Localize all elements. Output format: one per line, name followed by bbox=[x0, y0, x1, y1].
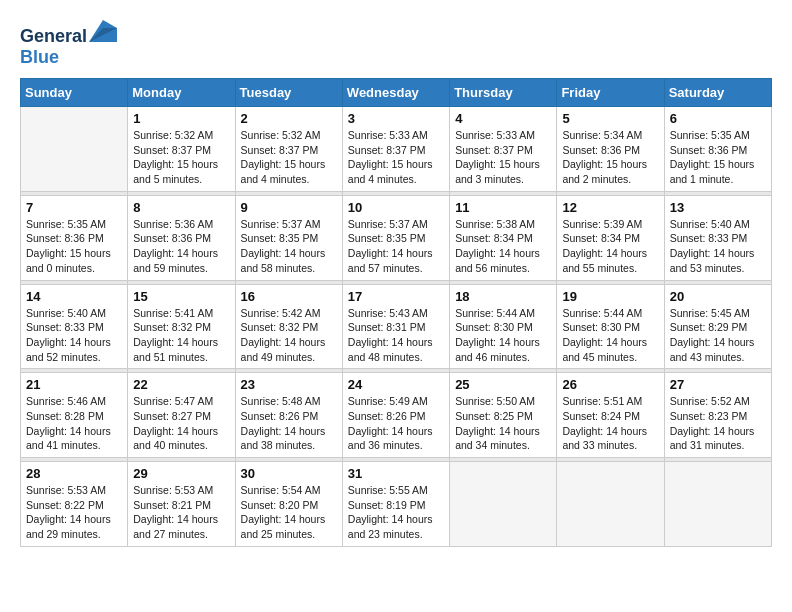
calendar-cell: 19Sunrise: 5:44 AM Sunset: 8:30 PM Dayli… bbox=[557, 284, 664, 369]
day-info: Sunrise: 5:48 AM Sunset: 8:26 PM Dayligh… bbox=[241, 394, 337, 453]
calendar-cell: 14Sunrise: 5:40 AM Sunset: 8:33 PM Dayli… bbox=[21, 284, 128, 369]
day-info: Sunrise: 5:55 AM Sunset: 8:19 PM Dayligh… bbox=[348, 483, 444, 542]
day-number: 9 bbox=[241, 200, 337, 215]
calendar-header-row: SundayMondayTuesdayWednesdayThursdayFrid… bbox=[21, 79, 772, 107]
day-number: 23 bbox=[241, 377, 337, 392]
day-info: Sunrise: 5:44 AM Sunset: 8:30 PM Dayligh… bbox=[562, 306, 658, 365]
calendar-cell: 16Sunrise: 5:42 AM Sunset: 8:32 PM Dayli… bbox=[235, 284, 342, 369]
day-number: 29 bbox=[133, 466, 229, 481]
calendar-week-row: 14Sunrise: 5:40 AM Sunset: 8:33 PM Dayli… bbox=[21, 284, 772, 369]
calendar-cell: 6Sunrise: 5:35 AM Sunset: 8:36 PM Daylig… bbox=[664, 107, 771, 192]
calendar-cell: 17Sunrise: 5:43 AM Sunset: 8:31 PM Dayli… bbox=[342, 284, 449, 369]
calendar-cell: 11Sunrise: 5:38 AM Sunset: 8:34 PM Dayli… bbox=[450, 195, 557, 280]
calendar-cell: 28Sunrise: 5:53 AM Sunset: 8:22 PM Dayli… bbox=[21, 462, 128, 547]
logo-text: General Blue bbox=[20, 20, 117, 68]
calendar-week-row: 28Sunrise: 5:53 AM Sunset: 8:22 PM Dayli… bbox=[21, 462, 772, 547]
calendar-cell bbox=[557, 462, 664, 547]
calendar-cell: 25Sunrise: 5:50 AM Sunset: 8:25 PM Dayli… bbox=[450, 373, 557, 458]
day-info: Sunrise: 5:40 AM Sunset: 8:33 PM Dayligh… bbox=[670, 217, 766, 276]
col-header-friday: Friday bbox=[557, 79, 664, 107]
day-number: 21 bbox=[26, 377, 122, 392]
calendar-cell: 4Sunrise: 5:33 AM Sunset: 8:37 PM Daylig… bbox=[450, 107, 557, 192]
day-number: 20 bbox=[670, 289, 766, 304]
day-info: Sunrise: 5:43 AM Sunset: 8:31 PM Dayligh… bbox=[348, 306, 444, 365]
calendar-cell: 9Sunrise: 5:37 AM Sunset: 8:35 PM Daylig… bbox=[235, 195, 342, 280]
calendar-cell: 7Sunrise: 5:35 AM Sunset: 8:36 PM Daylig… bbox=[21, 195, 128, 280]
day-info: Sunrise: 5:47 AM Sunset: 8:27 PM Dayligh… bbox=[133, 394, 229, 453]
calendar-cell: 31Sunrise: 5:55 AM Sunset: 8:19 PM Dayli… bbox=[342, 462, 449, 547]
calendar-cell: 22Sunrise: 5:47 AM Sunset: 8:27 PM Dayli… bbox=[128, 373, 235, 458]
calendar-cell: 5Sunrise: 5:34 AM Sunset: 8:36 PM Daylig… bbox=[557, 107, 664, 192]
day-info: Sunrise: 5:39 AM Sunset: 8:34 PM Dayligh… bbox=[562, 217, 658, 276]
col-header-monday: Monday bbox=[128, 79, 235, 107]
day-number: 5 bbox=[562, 111, 658, 126]
calendar-cell: 10Sunrise: 5:37 AM Sunset: 8:35 PM Dayli… bbox=[342, 195, 449, 280]
calendar-cell bbox=[450, 462, 557, 547]
calendar-cell: 13Sunrise: 5:40 AM Sunset: 8:33 PM Dayli… bbox=[664, 195, 771, 280]
day-info: Sunrise: 5:52 AM Sunset: 8:23 PM Dayligh… bbox=[670, 394, 766, 453]
day-number: 8 bbox=[133, 200, 229, 215]
calendar-cell: 2Sunrise: 5:32 AM Sunset: 8:37 PM Daylig… bbox=[235, 107, 342, 192]
calendar-cell: 15Sunrise: 5:41 AM Sunset: 8:32 PM Dayli… bbox=[128, 284, 235, 369]
day-number: 7 bbox=[26, 200, 122, 215]
day-number: 31 bbox=[348, 466, 444, 481]
day-info: Sunrise: 5:42 AM Sunset: 8:32 PM Dayligh… bbox=[241, 306, 337, 365]
logo-blue: Blue bbox=[20, 47, 59, 67]
calendar-cell: 18Sunrise: 5:44 AM Sunset: 8:30 PM Dayli… bbox=[450, 284, 557, 369]
day-number: 1 bbox=[133, 111, 229, 126]
day-info: Sunrise: 5:51 AM Sunset: 8:24 PM Dayligh… bbox=[562, 394, 658, 453]
col-header-thursday: Thursday bbox=[450, 79, 557, 107]
calendar-week-row: 21Sunrise: 5:46 AM Sunset: 8:28 PM Dayli… bbox=[21, 373, 772, 458]
day-number: 18 bbox=[455, 289, 551, 304]
day-number: 4 bbox=[455, 111, 551, 126]
day-info: Sunrise: 5:53 AM Sunset: 8:21 PM Dayligh… bbox=[133, 483, 229, 542]
day-info: Sunrise: 5:37 AM Sunset: 8:35 PM Dayligh… bbox=[241, 217, 337, 276]
header: General Blue bbox=[20, 20, 772, 68]
day-info: Sunrise: 5:50 AM Sunset: 8:25 PM Dayligh… bbox=[455, 394, 551, 453]
day-number: 24 bbox=[348, 377, 444, 392]
logo-general: General bbox=[20, 26, 87, 46]
day-number: 19 bbox=[562, 289, 658, 304]
day-info: Sunrise: 5:36 AM Sunset: 8:36 PM Dayligh… bbox=[133, 217, 229, 276]
logo: General Blue bbox=[20, 20, 117, 68]
calendar-cell: 24Sunrise: 5:49 AM Sunset: 8:26 PM Dayli… bbox=[342, 373, 449, 458]
calendar-cell: 1Sunrise: 5:32 AM Sunset: 8:37 PM Daylig… bbox=[128, 107, 235, 192]
day-number: 17 bbox=[348, 289, 444, 304]
day-number: 14 bbox=[26, 289, 122, 304]
calendar-cell: 23Sunrise: 5:48 AM Sunset: 8:26 PM Dayli… bbox=[235, 373, 342, 458]
day-number: 3 bbox=[348, 111, 444, 126]
day-number: 28 bbox=[26, 466, 122, 481]
day-number: 12 bbox=[562, 200, 658, 215]
day-info: Sunrise: 5:33 AM Sunset: 8:37 PM Dayligh… bbox=[455, 128, 551, 187]
calendar-cell: 30Sunrise: 5:54 AM Sunset: 8:20 PM Dayli… bbox=[235, 462, 342, 547]
day-info: Sunrise: 5:49 AM Sunset: 8:26 PM Dayligh… bbox=[348, 394, 444, 453]
calendar-cell bbox=[21, 107, 128, 192]
col-header-sunday: Sunday bbox=[21, 79, 128, 107]
calendar-cell: 27Sunrise: 5:52 AM Sunset: 8:23 PM Dayli… bbox=[664, 373, 771, 458]
calendar-cell: 3Sunrise: 5:33 AM Sunset: 8:37 PM Daylig… bbox=[342, 107, 449, 192]
day-info: Sunrise: 5:32 AM Sunset: 8:37 PM Dayligh… bbox=[133, 128, 229, 187]
col-header-wednesday: Wednesday bbox=[342, 79, 449, 107]
day-number: 30 bbox=[241, 466, 337, 481]
day-info: Sunrise: 5:45 AM Sunset: 8:29 PM Dayligh… bbox=[670, 306, 766, 365]
day-number: 27 bbox=[670, 377, 766, 392]
day-info: Sunrise: 5:44 AM Sunset: 8:30 PM Dayligh… bbox=[455, 306, 551, 365]
day-info: Sunrise: 5:35 AM Sunset: 8:36 PM Dayligh… bbox=[26, 217, 122, 276]
day-info: Sunrise: 5:41 AM Sunset: 8:32 PM Dayligh… bbox=[133, 306, 229, 365]
day-number: 26 bbox=[562, 377, 658, 392]
day-number: 22 bbox=[133, 377, 229, 392]
day-info: Sunrise: 5:46 AM Sunset: 8:28 PM Dayligh… bbox=[26, 394, 122, 453]
day-number: 16 bbox=[241, 289, 337, 304]
day-number: 13 bbox=[670, 200, 766, 215]
day-info: Sunrise: 5:40 AM Sunset: 8:33 PM Dayligh… bbox=[26, 306, 122, 365]
calendar-cell: 29Sunrise: 5:53 AM Sunset: 8:21 PM Dayli… bbox=[128, 462, 235, 547]
calendar-table: SundayMondayTuesdayWednesdayThursdayFrid… bbox=[20, 78, 772, 547]
calendar-week-row: 7Sunrise: 5:35 AM Sunset: 8:36 PM Daylig… bbox=[21, 195, 772, 280]
logo-icon bbox=[89, 20, 117, 42]
day-number: 6 bbox=[670, 111, 766, 126]
calendar-cell bbox=[664, 462, 771, 547]
calendar-cell: 21Sunrise: 5:46 AM Sunset: 8:28 PM Dayli… bbox=[21, 373, 128, 458]
day-number: 15 bbox=[133, 289, 229, 304]
day-number: 10 bbox=[348, 200, 444, 215]
day-info: Sunrise: 5:34 AM Sunset: 8:36 PM Dayligh… bbox=[562, 128, 658, 187]
